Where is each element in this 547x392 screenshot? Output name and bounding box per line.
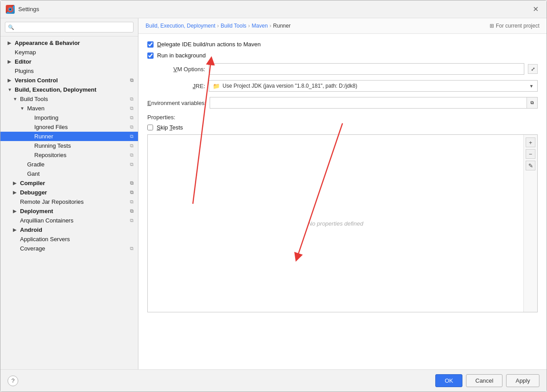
sidebar-item-runner[interactable]: Runner ⧉ — [0, 132, 138, 141]
sidebar-item-build-tools[interactable]: ▼ Build Tools ⧉ — [0, 94, 138, 104]
sidebar-item-label: Build Tools — [20, 96, 48, 102]
for-project-icon: ⊞ — [490, 23, 494, 29]
action-buttons: OK Cancel Apply — [435, 374, 539, 387]
sidebar-item-label: Gradle — [27, 161, 45, 168]
cancel-button[interactable]: Cancel — [466, 374, 502, 387]
sidebar-item-label: Coverage — [20, 245, 45, 252]
breadcrumb-sep-2: › — [248, 23, 250, 29]
sidebar-item-compiler[interactable]: ▶ Compiler ⧉ — [0, 178, 138, 188]
skip-tests-checkbox[interactable] — [147, 125, 153, 130]
sidebar-item-build-exec[interactable]: ▼ Build, Execution, Deployment — [0, 85, 138, 94]
skip-tests-label: Skip Tests — [157, 124, 183, 131]
breadcrumb: Build, Execution, Deployment › Build Too… — [138, 18, 547, 34]
jre-dropdown[interactable]: 📁 Use Project JDK (java version "1.8.0_1… — [209, 80, 538, 92]
sidebar-item-gant[interactable]: Gant — [0, 169, 138, 178]
env-vars-input[interactable] — [210, 97, 538, 109]
sidebar-item-label: Android — [20, 226, 42, 233]
sidebar-tree: ▶ Appearance & Behavior Keymap ▶ Editor … — [0, 36, 138, 369]
properties-add-button[interactable]: + — [526, 137, 535, 147]
vm-options-input[interactable] — [209, 63, 524, 75]
expand-arrow-maven: ▼ — [20, 106, 25, 111]
sidebar-item-label: Maven — [27, 105, 45, 112]
copy-icon-deployment: ⧉ — [130, 208, 134, 214]
run-bg-checkbox-row: Run in background — [147, 52, 538, 59]
right-panel: Build, Execution, Deployment › Build Too… — [138, 18, 547, 369]
env-vars-label: Environment variables: — [147, 100, 206, 106]
sidebar-item-running-tests[interactable]: Running Tests ⧉ — [0, 141, 138, 150]
copy-icon-debugger: ⧉ — [130, 190, 134, 195]
vm-options-expand-button[interactable]: ⤢ — [528, 64, 538, 74]
sidebar-item-label: Ignored Files — [34, 124, 68, 130]
search-icon: 🔍 — [8, 24, 14, 30]
copy-icon-maven: ⧉ — [130, 105, 134, 111]
sidebar-item-label: Plugins — [15, 68, 34, 74]
ok-button[interactable]: OK — [435, 374, 462, 387]
expand-arrow-compiler: ▶ — [13, 181, 18, 186]
copy-icon-compiler: ⧉ — [130, 180, 134, 186]
delegate-checkbox[interactable] — [147, 41, 154, 48]
breadcrumb-link-bed[interactable]: Build, Execution, Deployment — [146, 23, 215, 29]
sidebar-item-label: Runner — [34, 133, 53, 140]
expand-arrow-deployment: ▶ — [13, 209, 18, 214]
for-project-text: For current project — [496, 23, 539, 29]
expand-arrow-appearance: ▶ — [8, 40, 13, 45]
app-icon — [6, 5, 15, 14]
sidebar-item-remote-jar[interactable]: Remote Jar Repositories ⧉ — [0, 197, 138, 206]
skip-tests-row: Skip Tests — [147, 124, 538, 131]
expand-arrow-android: ▶ — [13, 227, 18, 232]
copy-icon-bt: ⧉ — [130, 96, 134, 102]
sidebar-item-gradle[interactable]: Gradle ⧉ — [0, 160, 138, 169]
sidebar-item-maven[interactable]: ▼ Maven ⧉ — [0, 104, 138, 113]
sidebar-item-label: Compiler — [20, 180, 45, 186]
sidebar-item-label: Running Tests — [34, 142, 71, 149]
sidebar-item-coverage[interactable]: Coverage ⧉ — [0, 244, 138, 253]
jre-folder-icon: 📁 — [213, 83, 220, 89]
breadcrumb-link-bt[interactable]: Build Tools — [221, 23, 247, 29]
title-bar-left: Settings — [6, 5, 39, 14]
sidebar-item-debugger[interactable]: ▶ Debugger ⧉ — [0, 188, 138, 197]
sidebar-item-importing[interactable]: Importing ⧉ — [0, 113, 138, 122]
for-project-link[interactable]: ⊞ For current project — [490, 23, 539, 29]
properties-edit-button[interactable]: ✎ — [526, 161, 535, 170]
sidebar-item-label: Arquillian Containers — [20, 217, 73, 224]
copy-icon-arquillian: ⧉ — [130, 218, 134, 223]
close-button[interactable]: ✕ — [530, 4, 541, 14]
apply-button[interactable]: Apply — [506, 374, 539, 387]
breadcrumb-path: Build, Execution, Deployment › Build Too… — [146, 23, 291, 29]
copy-icon-rt: ⧉ — [130, 143, 134, 149]
properties-empty-text: No properties defined — [148, 135, 523, 312]
panel-content: Delegate IDE build/run actions to Maven … — [138, 34, 547, 369]
jre-dropdown-arrow: ▼ — [529, 84, 534, 89]
window-title: Settings — [18, 6, 39, 12]
expand-arrow-bt: ▼ — [13, 97, 18, 101]
run-background-checkbox[interactable] — [147, 53, 154, 59]
properties-remove-button[interactable]: − — [526, 149, 535, 159]
sidebar-item-version-control[interactable]: ▶ Version Control ⧉ — [0, 76, 138, 85]
sidebar-item-arquillian[interactable]: Arquillian Containers ⧉ — [0, 216, 138, 225]
sidebar-item-deployment[interactable]: ▶ Deployment ⧉ — [0, 206, 138, 216]
env-vars-wrapper: ⧉ — [210, 97, 538, 109]
sidebar-item-label: Remote Jar Repositories — [20, 198, 84, 205]
search-box: 🔍 — [0, 18, 138, 36]
sidebar-item-appearance[interactable]: ▶ Appearance & Behavior — [0, 38, 138, 48]
sidebar-item-plugins[interactable]: Plugins — [0, 66, 138, 76]
sidebar-item-editor[interactable]: ▶ Editor — [0, 57, 138, 66]
env-vars-browse-button[interactable]: ⧉ — [527, 97, 537, 108]
expand-arrow-debugger: ▶ — [13, 190, 18, 195]
expand-arrow-bed: ▼ — [8, 87, 13, 92]
sidebar-item-label: Appearance & Behavior — [15, 40, 80, 46]
search-input[interactable] — [5, 22, 134, 32]
jre-value: Use Project JDK (java version "1.8.0_181… — [223, 83, 527, 89]
sidebar-item-android[interactable]: ▶ Android — [0, 225, 138, 234]
help-button[interactable]: ? — [8, 376, 18, 386]
properties-section: Properties: Skip Tests No properties def… — [147, 114, 538, 312]
sidebar-item-ignored-files[interactable]: Ignored Files ⧉ — [0, 122, 138, 132]
copy-icon-vc: ⧉ — [130, 77, 134, 83]
sidebar-item-label: Keymap — [15, 49, 36, 56]
breadcrumb-link-maven[interactable]: Maven — [252, 23, 268, 29]
copy-icon-gradle: ⧉ — [130, 162, 134, 167]
copy-icon-coverage: ⧉ — [130, 246, 134, 251]
sidebar-item-repositories[interactable]: Repositories ⧉ — [0, 150, 138, 160]
sidebar-item-keymap[interactable]: Keymap — [0, 48, 138, 57]
sidebar-item-app-servers[interactable]: Application Servers — [0, 234, 138, 244]
